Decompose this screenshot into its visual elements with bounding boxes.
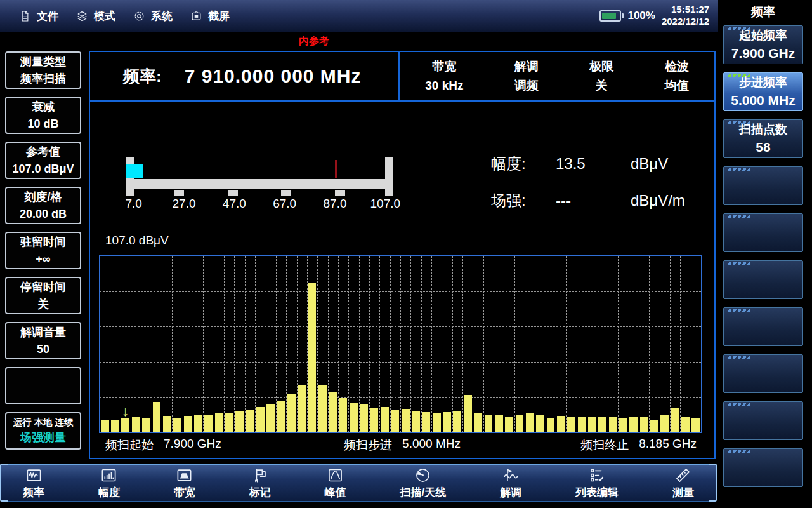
- measure-icon: [674, 467, 691, 484]
- toolbar-frequency[interactable]: 频率: [23, 467, 44, 500]
- softkey-empty-1[interactable]: [723, 166, 803, 205]
- softkey-measurement-type[interactable]: 测量类型频率扫描: [5, 51, 81, 89]
- spectrum-cell: [587, 256, 597, 432]
- softkey-sweep-points[interactable]: 扫描点数58: [723, 119, 803, 158]
- softkey-scale-per-div[interactable]: 刻度/格20.00 dB: [5, 187, 81, 224]
- spectrum-bar: [318, 385, 327, 432]
- field-strength-unit: dBμV/m: [631, 192, 685, 210]
- spectrum-cell: [369, 256, 379, 432]
- setting-value: 关: [589, 76, 613, 95]
- softkey-run-status[interactable]: 运行 本地 连续场强测量: [5, 412, 81, 450]
- spectrum-bar: [660, 415, 669, 432]
- spectrum-plot: ↓: [99, 255, 702, 433]
- softkey-step-frequency[interactable]: 步进频率5.000 MHz: [723, 72, 803, 111]
- softkey-line1: 驻留时间: [20, 234, 66, 250]
- spectrum-cell: [338, 256, 348, 432]
- softkey-empty[interactable]: [5, 367, 81, 404]
- softkey-line2: 10 dB: [27, 116, 58, 132]
- spectrum-bar: [640, 417, 648, 432]
- softkey-line1: 参考值: [26, 144, 60, 160]
- topbar-status: 100% 15:51:27 2022/12/12: [599, 4, 718, 28]
- softkey-line2: 50: [37, 341, 49, 358]
- spectrum-cell: [680, 256, 690, 432]
- spectrum-bar: [163, 416, 171, 432]
- toolbar-marker[interactable]: 标记: [249, 467, 271, 500]
- toolbar-peak[interactable]: 峰值: [325, 467, 346, 500]
- setting-value: 30 kHz: [425, 76, 463, 95]
- softkey-empty-3[interactable]: [723, 260, 803, 299]
- clock-date: 2022/12/12: [662, 16, 709, 28]
- toolbar-amplitude[interactable]: 幅度: [98, 467, 120, 500]
- spectrum-cell: [462, 256, 473, 432]
- spectrum-bar: [443, 412, 451, 432]
- toolbar-label: 列表编辑: [575, 485, 619, 500]
- softkey-empty-2[interactable]: [723, 213, 803, 252]
- toolbar-list-edit[interactable]: 列表编辑: [575, 467, 619, 500]
- spectrum-bar: [287, 394, 296, 432]
- spectrum-cell: [317, 256, 327, 432]
- spectrum-cell: [577, 256, 587, 432]
- menu-system[interactable]: 系统: [133, 9, 173, 23]
- list-edit-icon: [589, 467, 606, 484]
- softkey-dwell-time[interactable]: 驻留时间+∞: [5, 232, 81, 269]
- toolbar-demodulation[interactable]: 解调: [500, 467, 521, 500]
- spectrum-cell: [255, 256, 265, 432]
- screenshot-icon: [190, 10, 202, 22]
- meter-scale-label: 47.0: [223, 197, 246, 211]
- toolbar-label: 幅度: [98, 485, 120, 500]
- spectrum-cell: [266, 256, 276, 432]
- meter-tick: [281, 190, 291, 196]
- spectrum-cell: [535, 256, 545, 432]
- setting-label: 极限: [589, 57, 613, 76]
- toolbar-label: 峰值: [325, 485, 346, 500]
- spectrum-cell: [234, 256, 244, 432]
- spectrum-cell: [546, 256, 556, 432]
- toolbar-measure[interactable]: 测量: [672, 467, 694, 500]
- spectrum-bar: [308, 283, 317, 432]
- spectrum-bar: [671, 408, 679, 432]
- spectrum-cell: [359, 256, 369, 432]
- sweep-stop-label: 频扫终止: [580, 437, 629, 453]
- toolbar-label: 带宽: [174, 485, 195, 500]
- gear-icon: [133, 10, 145, 22]
- spectrum-cell: [483, 256, 494, 432]
- battery-icon: [599, 10, 621, 22]
- menu-screenshot[interactable]: 截屏: [190, 9, 230, 23]
- softkey-empty-4[interactable]: [723, 307, 803, 346]
- spectrum-bar: [474, 413, 482, 432]
- softkey-reference-level[interactable]: 参考值107.0 dBμV: [5, 142, 81, 179]
- softkey-attenuation[interactable]: 衰减10 dB: [5, 97, 81, 134]
- sweep-start: 频扫起始7.900 GHz: [105, 437, 221, 453]
- meter-scale-label: 67.0: [273, 197, 296, 211]
- frequency-label: 频率:: [123, 65, 162, 88]
- softkey-value: 5.000 MHz: [731, 91, 796, 109]
- sweep-start-value: 7.900 GHz: [164, 437, 221, 453]
- spectrum-bar: [516, 415, 524, 432]
- spectrum-bar: [464, 395, 472, 432]
- softkey-empty-6[interactable]: [723, 401, 803, 440]
- menu-label: 截屏: [208, 9, 230, 23]
- softkey-empty-7[interactable]: [723, 448, 803, 487]
- menu-file[interactable]: 文件: [19, 9, 58, 23]
- softkey-start-frequency[interactable]: 起始频率7.900 GHz: [723, 25, 803, 64]
- softkey-empty-5[interactable]: [723, 354, 803, 393]
- toolbar-label: 标记: [249, 485, 271, 500]
- internal-reference-label: 内参考: [251, 35, 377, 48]
- toolbar-bandwidth[interactable]: 带宽: [174, 467, 195, 500]
- spectrum-cell: [286, 256, 296, 432]
- layers-icon: [76, 10, 88, 22]
- softkey-hold-time[interactable]: 停留时间关: [5, 277, 81, 314]
- spectrum-bar: [578, 417, 586, 432]
- softkey-line2: 关: [37, 296, 49, 312]
- spectrum-cell: [348, 256, 358, 432]
- spectrum-cell: [214, 256, 224, 432]
- spectrum-bar: [557, 416, 565, 432]
- spectrum-bar: [153, 402, 161, 432]
- amplitude-value: 13.5: [556, 155, 631, 173]
- menu-mode[interactable]: 模式: [76, 9, 115, 23]
- softkey-demod-volume[interactable]: 解调音量50: [5, 322, 81, 359]
- toolbar-sweep-antenna[interactable]: 扫描/天线: [400, 467, 447, 500]
- spectrum-cell: [421, 256, 431, 432]
- meter-tick: [228, 190, 238, 196]
- spectrum-bar: [412, 411, 420, 432]
